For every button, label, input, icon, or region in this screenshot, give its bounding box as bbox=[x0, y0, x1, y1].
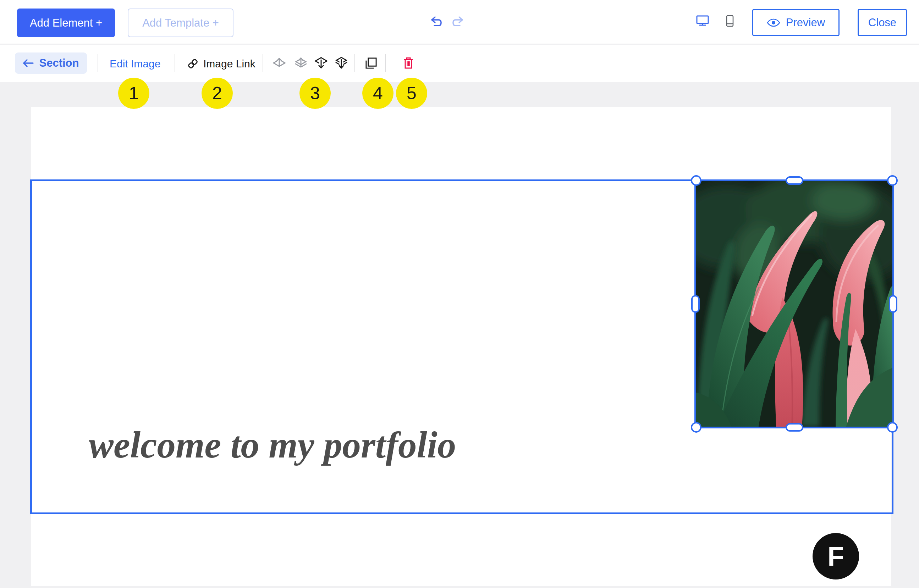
resize-handle-middle-right[interactable] bbox=[889, 295, 897, 313]
preview-label: Preview bbox=[786, 16, 825, 29]
site-page: welcome to my portfolio bbox=[31, 107, 891, 586]
annotation-circle-1: 1 bbox=[118, 78, 149, 109]
annotation-circle-5: 5 bbox=[396, 78, 427, 109]
annotation-circle-2: 2 bbox=[202, 78, 233, 109]
element-toolbar: Section Edit Image Image Link bbox=[0, 45, 919, 82]
editor-canvas: welcome to my portfolio bbox=[0, 82, 919, 588]
resize-handle-top-center[interactable] bbox=[786, 176, 803, 185]
resize-handle-middle-left[interactable] bbox=[691, 295, 700, 313]
annotation-circle-4: 4 bbox=[362, 78, 393, 109]
edit-image-button[interactable]: Edit Image bbox=[110, 45, 160, 82]
move-forward-icon[interactable] bbox=[272, 56, 287, 71]
undo-icon[interactable] bbox=[429, 16, 442, 28]
toolbar-separator bbox=[175, 54, 175, 72]
back-to-section-button[interactable]: Section bbox=[15, 52, 87, 74]
close-button[interactable]: Close bbox=[858, 9, 907, 36]
resize-handle-bottom-center[interactable] bbox=[786, 423, 803, 431]
duplicate-icon[interactable] bbox=[363, 56, 378, 71]
redo-icon[interactable] bbox=[452, 16, 465, 28]
eye-icon bbox=[767, 18, 780, 27]
move-to-back-icon[interactable] bbox=[334, 56, 349, 71]
resize-handle-bottom-right[interactable] bbox=[887, 422, 898, 433]
image-link-button[interactable]: Image Link bbox=[187, 45, 256, 82]
move-to-front-icon[interactable] bbox=[293, 56, 308, 71]
page-heading[interactable]: welcome to my portfolio bbox=[89, 423, 456, 466]
calla-lily-photo bbox=[696, 181, 892, 426]
section-label: Section bbox=[39, 57, 79, 69]
image-link-label: Image Link bbox=[203, 58, 256, 70]
toolbar-separator bbox=[97, 54, 98, 72]
add-template-button[interactable]: Add Template + bbox=[128, 8, 233, 37]
resize-handle-top-left[interactable] bbox=[691, 175, 702, 186]
preview-button[interactable]: Preview bbox=[752, 9, 840, 36]
selected-image[interactable] bbox=[694, 179, 894, 428]
editor-window: Add Element + Add Template + Preview Clo… bbox=[0, 0, 919, 588]
site-logo[interactable]: F bbox=[812, 533, 859, 580]
resize-handle-top-right[interactable] bbox=[887, 175, 898, 186]
top-toolbar: Add Element + Add Template + Preview Clo… bbox=[0, 0, 919, 44]
mobile-view-icon[interactable] bbox=[726, 15, 734, 27]
toolbar-separator bbox=[385, 54, 386, 72]
toolbar-separator bbox=[262, 54, 263, 72]
toolbar-separator bbox=[354, 54, 355, 72]
delete-icon[interactable] bbox=[401, 56, 416, 71]
left-arrow-icon bbox=[23, 59, 34, 67]
resize-handle-bottom-left[interactable] bbox=[691, 422, 702, 433]
desktop-view-icon[interactable] bbox=[696, 15, 709, 26]
chain-link-icon bbox=[187, 58, 198, 69]
move-backward-icon[interactable] bbox=[314, 56, 328, 71]
annotation-circle-3: 3 bbox=[299, 78, 331, 109]
add-element-button[interactable]: Add Element + bbox=[17, 8, 115, 37]
